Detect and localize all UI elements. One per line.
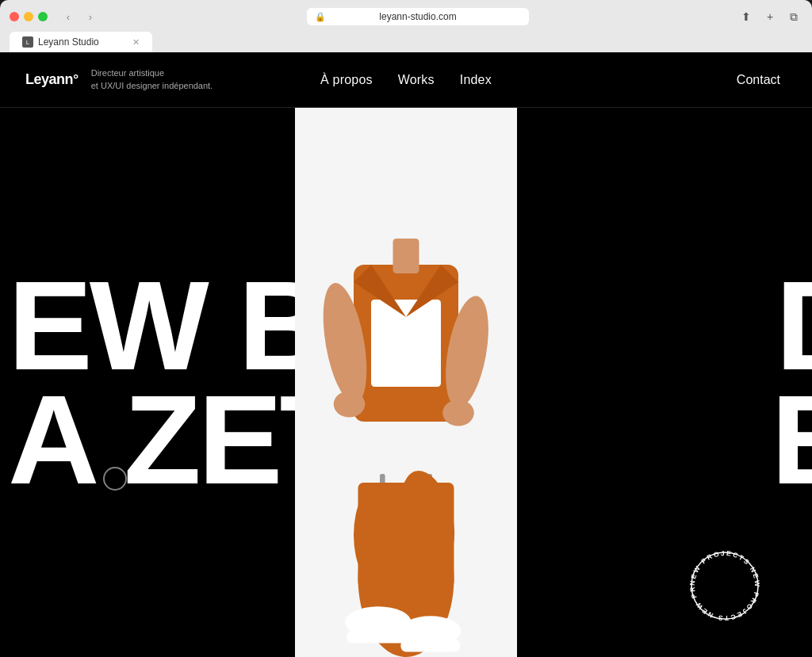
minimize-button[interactable] [24,12,33,21]
browser-titlebar: ‹ › 🔒 ⬆ + ⧉ [10,8,802,25]
nav-logo[interactable]: Leyann° [25,71,79,88]
navigation: Leyann° Directeur artistique et UX/UI de… [0,52,812,108]
tagline-line2: et UX/UI designer indépendant. [91,80,213,92]
nav-link-works[interactable]: Works [398,73,435,87]
traffic-lights [10,12,48,21]
tagline-line1: Directeur artistique [91,67,213,79]
nav-brand: Leyann° Directeur artistique et UX/UI de… [0,67,270,92]
share-button[interactable]: ⬆ [737,8,755,25]
svg-text:NEW PROJECTS NEW PROJECTS NEW : NEW PROJECTS NEW PROJECTS NEW PROJECTS [685,546,761,622]
url-bar[interactable] [307,8,529,25]
nav-tagline: Directeur artistique et UX/UI designer i… [91,67,213,92]
browser-actions: ⬆ + ⧉ [737,8,802,25]
svg-point-6 [354,483,406,587]
website: Leyann° Directeur artistique et UX/UI de… [0,52,812,657]
nav-links: À propos Works Index [270,73,541,87]
hero-image [295,108,517,657]
circular-text-badge: NEW PROJECTS NEW PROJECTS NEW PROJECTS [685,546,764,625]
circle-indicator [103,467,127,491]
browser-address-bar: 🔒 [105,8,731,25]
duplicate-button[interactable]: ⧉ [785,8,802,25]
nav-contact-link[interactable]: Contact [737,73,780,87]
nav-contact: Contact [542,73,812,87]
svg-rect-9 [371,300,441,387]
svg-rect-19 [347,631,409,643]
browser-controls: ‹ › [60,9,98,25]
back-button[interactable]: ‹ [60,9,76,25]
nav-link-index[interactable]: Index [460,73,492,87]
nav-link-apropos[interactable]: À propos [320,73,373,87]
svg-rect-20 [400,640,460,651]
svg-rect-16 [393,239,419,273]
maximize-button[interactable] [38,12,48,21]
hero-section: EW B DING A ZET ETA Z [0,108,812,657]
svg-point-12 [334,392,366,418]
tab-title: Leyann Studio [38,36,99,48]
close-button[interactable] [10,12,19,21]
tab-close-button[interactable]: ✕ [132,37,140,48]
browser-tabs: L Leyann Studio ✕ [10,32,802,52]
forward-button[interactable]: › [82,9,98,25]
lock-icon: 🔒 [315,12,326,22]
browser-chrome: ‹ › 🔒 ⬆ + ⧉ L Leyann Studio ✕ [0,0,812,52]
active-tab[interactable]: L Leyann Studio ✕ [10,32,152,52]
tab-favicon: L [22,36,33,48]
svg-point-13 [442,400,474,426]
new-tab-button[interactable]: + [761,8,779,25]
